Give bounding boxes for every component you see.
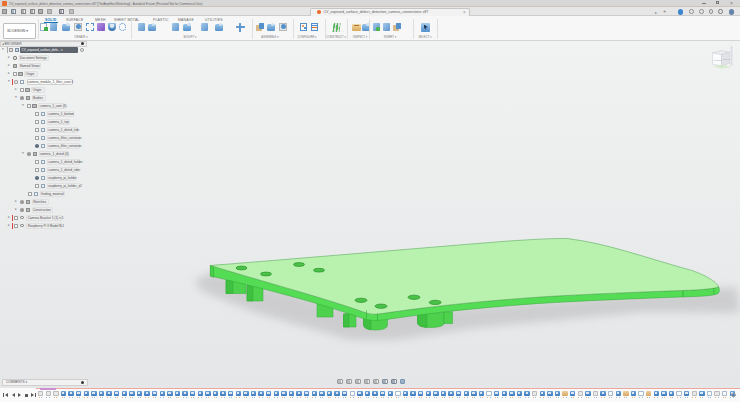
svg-text:RIGHT: RIGHT [723,58,731,61]
svg-text:FRONT: FRONT [714,59,723,62]
